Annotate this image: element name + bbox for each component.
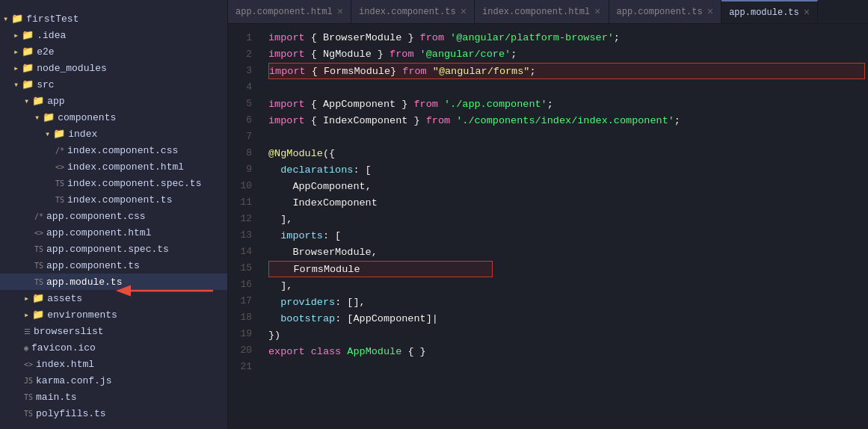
tree-item-app[interactable]: ▾ 📁app xyxy=(0,93,227,109)
code-area[interactable]: 123456789101112131415161718192021 import… xyxy=(228,24,868,429)
tab-close[interactable]: × xyxy=(461,6,467,18)
tab-close[interactable]: × xyxy=(594,6,600,18)
tab-index.component.ts[interactable]: index.component.ts × xyxy=(351,0,475,24)
code-line-7 xyxy=(268,129,868,146)
editor-area: app.component.html ×index.component.ts ×… xyxy=(228,0,868,429)
code-line-14: BrowserModule, xyxy=(268,244,868,261)
tab-label: app.module.ts xyxy=(729,7,799,18)
tab-label: index.component.ts xyxy=(359,7,456,17)
tabs-bar[interactable]: app.component.html ×index.component.ts ×… xyxy=(228,0,868,24)
tab-label: app.component.html xyxy=(236,7,333,17)
tree-item-browserslist[interactable]: ☰browserslist xyxy=(0,323,227,339)
tree-item-index.component.spec.ts[interactable]: TSindex.component.spec.ts xyxy=(0,175,227,191)
tree-item-main.ts[interactable]: TSmain.ts xyxy=(0,389,227,405)
code-line-10: AppComponent, xyxy=(268,179,868,195)
code-line-20: export class AppModule { } xyxy=(268,344,868,360)
tree-item-favicon.ico[interactable]: ◉favicon.ico xyxy=(0,339,227,356)
file-explorer[interactable]: ▾ 📁firstTest▸ 📁.idea▸ 📁e2e▸ 📁node_module… xyxy=(0,0,228,429)
code-line-3: import { FormsModule} from "@angular/for… xyxy=(268,63,865,79)
code-line-19: }) xyxy=(268,327,868,344)
code-line-13: imports: [ xyxy=(268,228,868,244)
tree-item-app.component.spec.ts[interactable]: TSapp.component.spec.ts xyxy=(0,241,227,257)
tree-item-idea[interactable]: ▸ 📁.idea xyxy=(0,27,227,43)
tree-item-karma.conf.js[interactable]: JSkarma.conf.js xyxy=(0,372,227,389)
tab-close[interactable]: × xyxy=(804,7,810,19)
code-content[interactable]: import { BrowserModule } from '@angular/… xyxy=(259,24,868,429)
code-line-4 xyxy=(268,80,868,96)
code-line-18: bootstrap: [AppComponent]| xyxy=(268,311,868,327)
tree-item-index.component.ts[interactable]: TSindex.component.ts xyxy=(0,191,227,208)
tree-item-assets[interactable]: ▸ 📁assets xyxy=(0,290,227,306)
line-numbers: 123456789101112131415161718192021 xyxy=(228,24,259,429)
tree-item-firstTest[interactable]: ▾ 📁firstTest xyxy=(0,10,227,27)
tab-close[interactable]: × xyxy=(337,6,343,18)
code-line-16: ], xyxy=(268,278,868,294)
tree-item-index.component.css[interactable]: /*index.component.css xyxy=(0,142,227,158)
tree-item-index[interactable]: ▾ 📁index xyxy=(0,126,227,142)
code-line-12: ], xyxy=(268,212,868,228)
code-line-6: import { IndexComponent } from './compon… xyxy=(268,113,868,129)
code-line-1: import { BrowserModule } from '@angular/… xyxy=(268,30,868,46)
code-line-11: IndexComponent xyxy=(268,195,868,212)
code-line-2: import { NgModule } from '@angular/core'… xyxy=(268,46,868,63)
tab-app.module.ts[interactable]: app.module.ts × xyxy=(721,0,818,24)
code-line-5: import { AppComponent } from './app.comp… xyxy=(268,96,868,113)
tab-app.component.ts[interactable]: app.component.ts × xyxy=(609,0,722,24)
tree-item-e2e[interactable]: ▸ 📁e2e xyxy=(0,43,227,60)
tab-close[interactable]: × xyxy=(707,6,713,18)
code-line-17: providers: [], xyxy=(268,294,868,311)
tab-label: app.component.ts xyxy=(617,7,703,17)
code-line-9: declarations: [ xyxy=(268,162,868,179)
tree-item-node_modules[interactable]: ▸ 📁node_modules xyxy=(0,60,227,76)
sidebar-title xyxy=(0,3,227,10)
tree-item-src[interactable]: ▾ 📁src xyxy=(0,76,227,93)
tree-item-app.module.ts[interactable]: TSapp.module.ts xyxy=(0,274,227,290)
tab-label: index.component.html xyxy=(482,7,590,17)
tree-item-app.component.html[interactable]: <>app.component.html xyxy=(0,224,227,241)
tab-app.component.html[interactable]: app.component.html × xyxy=(228,0,351,24)
tree-item-components[interactable]: ▾ 📁components xyxy=(0,109,227,126)
tree-item-app.component.ts[interactable]: TSapp.component.ts xyxy=(0,257,227,274)
code-line-15: FormsModule xyxy=(268,261,493,277)
tree-item-index.component.html[interactable]: <>index.component.html xyxy=(0,158,227,175)
tree-item-index.html[interactable]: <>index.html xyxy=(0,356,227,372)
code-line-21 xyxy=(268,360,868,377)
tree-item-environments[interactable]: ▸ 📁environments xyxy=(0,306,227,323)
tree-item-polyfills.ts[interactable]: TSpolyfills.ts xyxy=(0,405,227,422)
tab-index.component.html[interactable]: index.component.html × xyxy=(475,0,609,24)
code-line-8: @NgModule({ xyxy=(268,146,868,162)
tree-item-app.component.css[interactable]: /*app.component.css xyxy=(0,208,227,224)
